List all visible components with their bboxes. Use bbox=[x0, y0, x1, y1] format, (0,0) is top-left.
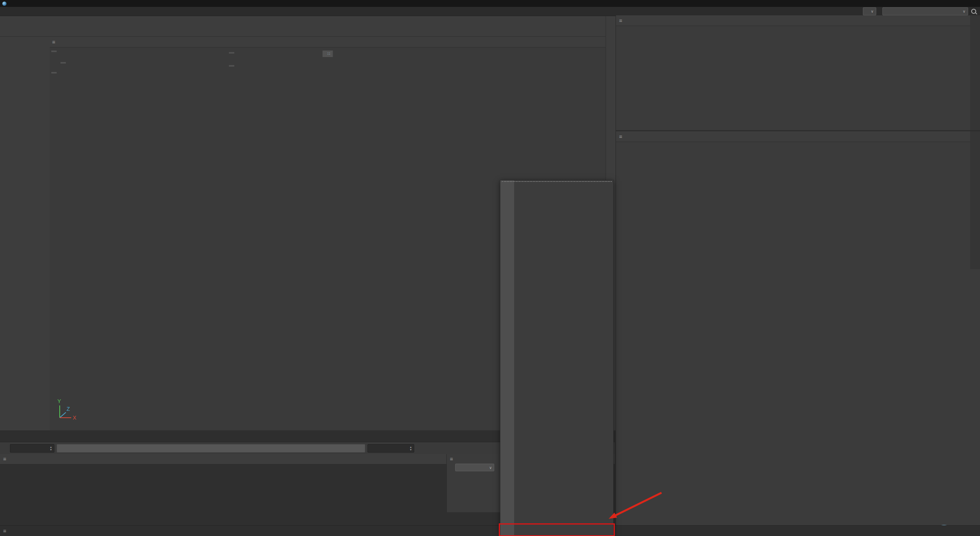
annotation-arrow bbox=[597, 484, 681, 536]
panel-menu-icon[interactable]: ≡ bbox=[3, 528, 6, 534]
menu-bar-right: ∨ ∨ bbox=[860, 7, 980, 15]
app-logo bbox=[2, 2, 7, 6]
hud-emitters bbox=[229, 52, 234, 54]
right-panel: ≡ ≡ bbox=[616, 15, 980, 536]
title-bar bbox=[0, 0, 980, 7]
axis-y-label: Y bbox=[57, 398, 61, 404]
panel-menu-icon[interactable]: ≡ bbox=[619, 18, 622, 24]
chevron-down-icon: ∨ bbox=[489, 466, 492, 470]
tear-off-strip[interactable] bbox=[502, 181, 612, 182]
coordinate-mode-select[interactable]: ∨ bbox=[455, 464, 494, 471]
camera-label[interactable]: ∷ bbox=[323, 51, 333, 57]
interface-select[interactable]: ∨ bbox=[882, 7, 968, 15]
coordinates-title: ≡ bbox=[447, 454, 500, 464]
axis-z-label: Z bbox=[67, 406, 70, 412]
object-tree bbox=[616, 26, 970, 129]
object-manager-menu: ≡ bbox=[616, 15, 980, 26]
chevron-down-icon: ∨ bbox=[871, 9, 874, 13]
panel-menu-icon[interactable]: ≡ bbox=[3, 456, 6, 462]
axis-x-label: X bbox=[73, 415, 77, 421]
panel-menu-icon[interactable]: ≡ bbox=[619, 134, 622, 140]
left-tool-palette bbox=[0, 37, 50, 430]
status-bar: ≡ bbox=[0, 525, 980, 536]
coordinates-panel: ≡ ∨ bbox=[446, 454, 500, 512]
range-start-field[interactable]: ▴▾ bbox=[10, 444, 54, 453]
main-menu-bar: ∨ ∨ bbox=[0, 7, 980, 16]
range-slider[interactable] bbox=[57, 444, 365, 453]
attribute-manager: ≡ bbox=[616, 130, 980, 536]
stepper-icon[interactable]: ▴▾ bbox=[50, 446, 52, 451]
chevron-down-icon: ∨ bbox=[963, 9, 965, 13]
camera-icon: ∷ bbox=[328, 51, 330, 56]
hud-particles bbox=[229, 65, 234, 67]
attribute-object-title bbox=[616, 142, 980, 146]
spline-context-menu bbox=[500, 180, 614, 536]
object-manager-side-tabs bbox=[970, 15, 980, 130]
attribute-manager-menu: ≡ bbox=[616, 131, 980, 142]
panel-menu-icon[interactable]: ≡ bbox=[450, 456, 452, 462]
object-manager: ≡ bbox=[616, 15, 980, 130]
range-end-field[interactable]: ▴▾ bbox=[368, 444, 414, 453]
stepper-icon[interactable]: ▴▾ bbox=[410, 446, 412, 451]
context-menu-icon-gutter bbox=[500, 180, 514, 536]
search-icon[interactable] bbox=[971, 9, 976, 14]
attribute-manager-side-tabs bbox=[970, 131, 980, 269]
main-toolbar bbox=[0, 16, 615, 37]
viewport-menu-bar: ≡ bbox=[50, 37, 606, 47]
node-space-select[interactable]: ∨ bbox=[863, 7, 876, 15]
selection-info-line1 bbox=[60, 62, 66, 64]
panel-menu-icon[interactable]: ≡ bbox=[52, 39, 55, 45]
view-label[interactable] bbox=[51, 51, 57, 52]
selection-info-line2 bbox=[51, 72, 57, 74]
axis-hud: Y Z X bbox=[51, 394, 85, 425]
